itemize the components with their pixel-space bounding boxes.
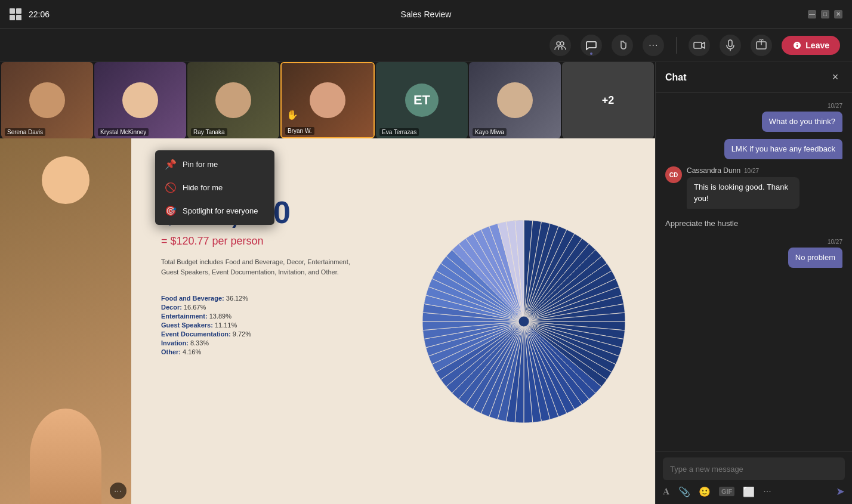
spotlight-everyone-item[interactable]: 🎯 Spotlight for everyone [155, 199, 274, 222]
format-icon[interactable]: 𝐀 [663, 486, 670, 497]
chat-header: Chat × [656, 62, 852, 93]
message-bubble-2: LMK if you have any feedback [724, 139, 842, 159]
participant-tile-serena[interactable]: Serena Davis [1, 62, 93, 138]
spotlight-menu-button[interactable]: ··· [110, 483, 126, 499]
cassandra-timestamp: 10/27 [744, 168, 759, 174]
participants-button[interactable] [550, 35, 571, 56]
gif-icon[interactable]: GIF [719, 487, 734, 496]
chat-messages: 10/27 What do you think? LMK if you have… [656, 93, 852, 451]
grid-icon[interactable] [10, 8, 21, 20]
chat-panel: Chat × 10/27 What do you think? LMK if y… [655, 62, 852, 504]
message-group-4: Appreciate the hustle [665, 216, 842, 231]
chat-toolbar: 𝐀 📎 🙂 GIF ⬜ ··· ➤ [663, 485, 845, 498]
participant-name-eva: Eva Terrazas [379, 128, 419, 136]
more-options-button[interactable]: ··· [643, 35, 664, 56]
leave-button[interactable]: Leave [782, 36, 840, 55]
budget-description: Total Budget includes Food and Beverage,… [161, 257, 352, 277]
spotlight-tile: ··· [0, 138, 131, 504]
raise-hand-icon: ✋ [286, 109, 298, 120]
svg-rect-2 [694, 42, 702, 48]
participant-strip: Serena Davis Krystal McKinney Ray Tanaka [0, 62, 655, 138]
message-bubble-4: Appreciate the hustle [665, 216, 738, 231]
participant-tile-extra[interactable]: +2 [562, 62, 654, 138]
cassandra-message: This is looking good. Thank you! [687, 177, 799, 208]
chat-input-box [663, 457, 845, 480]
camera-button[interactable] [689, 35, 710, 56]
main-area: Serena Davis Krystal McKinney Ray Tanaka [0, 62, 852, 504]
message-bubble-5: No problem [788, 248, 842, 268]
title-bar-left: 22:06 [10, 8, 50, 20]
emoji-icon[interactable]: 🙂 [699, 486, 711, 497]
participant-tile-krystal[interactable]: Krystal McKinney [94, 62, 186, 138]
participant-tile-bryan[interactable]: ✋ Bryan W. [280, 62, 375, 138]
raise-hand-button[interactable] [612, 35, 633, 56]
minimize-button[interactable]: — [808, 10, 816, 18]
svg-point-1 [560, 42, 564, 45]
avatar-eva: ET [405, 84, 439, 117]
extra-count: +2 [602, 94, 615, 107]
chat-input[interactable] [670, 465, 838, 474]
spotlight-icon: 🎯 [165, 205, 177, 217]
participant-name-ray: Ray Tanaka [191, 128, 227, 136]
attach-icon[interactable]: 📎 [678, 486, 690, 497]
sticker-icon[interactable]: ⬜ [743, 486, 755, 497]
pin-for-me-label: Pin for me [183, 160, 218, 169]
share-button[interactable] [751, 35, 772, 56]
participant-tile-kayo[interactable]: Kayo Miwa [469, 62, 561, 138]
pin-icon: 📌 [165, 159, 177, 170]
participant-name-kayo: Kayo Miwa [473, 128, 507, 136]
message-timestamp-5: 10/27 [665, 239, 842, 245]
chat-title: Chat [665, 72, 687, 83]
chat-tool-icons: 𝐀 📎 🙂 GIF ⬜ ··· [663, 486, 771, 497]
meeting-controls-bar: ··· Leave [0, 29, 852, 62]
chat-button[interactable] [581, 35, 602, 56]
title-bar-right: — □ ✕ [808, 10, 842, 18]
message-group-1: 10/27 What do you think? [665, 103, 842, 132]
message-group-3: CD Cassandra Dunn 10/27 This is looking … [665, 166, 842, 208]
video-area: Serena Davis Krystal McKinney Ray Tanaka [0, 62, 655, 504]
message-group-2: LMK if you have any feedback [665, 139, 842, 159]
participant-tile-eva[interactable]: ET Eva Terrazas [376, 62, 468, 138]
send-button[interactable]: ➤ [836, 485, 845, 498]
participant-name-krystal: Krystal McKinney [98, 128, 149, 136]
meeting-title: Sales Review [401, 10, 452, 19]
hide-icon: 🚫 [165, 182, 177, 193]
spotlight-everyone-label: Spotlight for everyone [183, 206, 258, 215]
more-chat-tools-icon[interactable]: ··· [763, 486, 771, 497]
window-controls: — □ ✕ [808, 10, 842, 18]
mic-button[interactable] [720, 35, 741, 56]
context-menu: 📌 Pin for me 🚫 Hide for me 🎯 Spotlight f… [155, 150, 274, 225]
svg-rect-3 [728, 40, 732, 47]
chat-close-button[interactable]: × [828, 70, 842, 85]
participant-name-bryan: Bryan W. [285, 127, 314, 135]
meeting-time: 22:06 [29, 10, 50, 19]
cassandra-message-content: Cassandra Dunn 10/27 This is looking goo… [687, 166, 812, 208]
hide-for-me-label: Hide for me [183, 183, 223, 192]
sender-name-time: Cassandra Dunn 10/27 [687, 166, 812, 175]
cassandra-avatar: CD [665, 166, 682, 183]
other-message-row: CD Cassandra Dunn 10/27 This is looking … [665, 166, 842, 208]
svg-point-0 [557, 42, 560, 45]
cassandra-name: Cassandra Dunn [687, 166, 740, 175]
participant-name-serena: Serena Davis [5, 128, 45, 136]
participant-tile-ray[interactable]: Ray Tanaka [187, 62, 279, 138]
pin-for-me-item[interactable]: 📌 Pin for me [155, 153, 274, 176]
spotlight-content-area: ··· 📌 Pin for me 🚫 Hide for me 🎯 [0, 138, 655, 504]
title-bar: 22:06 Sales Review — □ ✕ [0, 0, 852, 29]
message-timestamp-1: 10/27 [665, 103, 842, 109]
hide-for-me-item[interactable]: 🚫 Hide for me [155, 176, 274, 199]
pie-chart [422, 220, 625, 423]
message-group-5: 10/27 No problem [665, 239, 842, 268]
chat-input-area: 𝐀 📎 🙂 GIF ⬜ ··· ➤ [656, 451, 852, 504]
message-bubble-1: What do you think? [762, 112, 842, 132]
maximize-button[interactable]: □ [821, 10, 829, 18]
close-button[interactable]: ✕ [834, 10, 842, 18]
